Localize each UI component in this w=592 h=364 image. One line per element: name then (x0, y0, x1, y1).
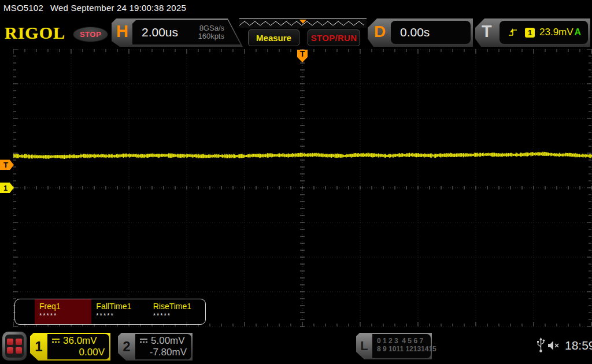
channel2-number: 2 (118, 333, 135, 361)
delay-panel[interactable]: D 0.00s (368, 18, 473, 47)
rising-edge-icon (508, 27, 518, 38)
sample-rate: 8GSa/s (198, 24, 224, 32)
channel1-ground-marker[interactable]: 1 (0, 183, 14, 193)
stop-run-button[interactable]: STOP/RUN (308, 29, 360, 46)
channel2-values: 5.00mV -7.80mV (135, 334, 191, 359)
usb-icon (536, 337, 546, 353)
channel1-values: 36.0mV 0.00V (47, 334, 109, 359)
trigger-level-value: 23.9mV (539, 27, 574, 38)
trigger-t-icon: T (482, 22, 492, 41)
channel2-scale: 5.00mV (151, 335, 185, 347)
measurement-label: Freq1 (39, 302, 91, 311)
dc-coupling-icon (139, 338, 148, 344)
oscilloscope-screen: MSO5102Wed September 24 19:00:38 2025 RI… (0, 0, 592, 364)
window-layout-button[interactable] (2, 332, 27, 361)
channel1-offset: 0.00V (51, 347, 105, 358)
horizontal-h-icon: H (116, 22, 128, 41)
channel2-offset: -7.80mV (139, 347, 187, 358)
logic-row-1: 0 1 2 3 4 5 6 7 (377, 337, 431, 345)
logic-analyzer-panel[interactable]: L 0 1 2 3 4 5 6 7 8 9 1011 12131415 (356, 333, 432, 359)
datetime-label: Wed September 24 19:00:38 2025 (50, 3, 186, 13)
run-state-badge: STOP (73, 27, 108, 42)
logic-label: L (356, 333, 372, 359)
trigger-source-badge: 1 (525, 28, 535, 38)
channel1-scale: 36.0mV (63, 335, 97, 347)
measurement-falltime1[interactable]: FallTime1 ***** (91, 299, 148, 324)
window-position-marker[interactable] (299, 20, 306, 24)
measurement-value: ***** (153, 312, 205, 319)
channel1-number: 1 (30, 333, 47, 361)
channel2-panel[interactable]: 2 5.00mV -7.80mV (118, 333, 193, 361)
clock-label: 18:59 (565, 339, 592, 352)
logic-channels: 0 1 2 3 4 5 6 7 8 9 1011 12131415 (372, 334, 431, 358)
measurement-label: RiseTime1 (153, 302, 205, 311)
measurement-freq1[interactable]: Freq1 ***** (35, 299, 91, 324)
grid-squares-icon (5, 335, 24, 358)
memory-position-strip[interactable] (239, 18, 367, 28)
measurement-value: ***** (96, 312, 148, 319)
trigger-mode: A (574, 27, 581, 38)
memory-depth: 160kpts (198, 32, 224, 40)
channel1-panel[interactable]: 1 36.0mV 0.00V (30, 333, 110, 361)
red-square (16, 339, 22, 345)
trigger-panel[interactable]: T 1 23.9mV A (475, 18, 590, 47)
measurement-risetime1[interactable]: RiseTime1 ***** (149, 299, 205, 324)
logic-row-2: 8 9 1011 12131415 (377, 345, 431, 353)
timebase-value: 2.00us (142, 25, 178, 39)
status-bar: MSO5102Wed September 24 19:00:38 2025 (3, 3, 186, 13)
trigger-level-marker[interactable]: T (0, 159, 14, 170)
measurement-label: FallTime1 (96, 302, 148, 311)
delay-inner: 0.00s (391, 21, 471, 44)
acquisition-info: 8GSa/s 160kpts (198, 24, 224, 40)
speaker-muted-icon (547, 340, 562, 351)
red-square (7, 347, 13, 354)
measure-button[interactable]: Measure (248, 29, 299, 46)
horizontal-panel[interactable]: H 2.00us 8GSa/s 160kpts (112, 18, 243, 47)
dc-coupling-icon (51, 338, 60, 344)
waveform-graticule (13, 49, 592, 327)
delay-value: 0.00s (400, 25, 430, 39)
measurement-panel[interactable]: Freq1 ***** FallTime1 ***** RiseTime1 **… (14, 299, 206, 325)
rigol-logo: RIGOL (5, 23, 65, 43)
trigger-inner: 1 23.9mV A (500, 21, 588, 44)
delay-d-icon: D (374, 23, 386, 41)
horizontal-inner: 2.00us 8GSa/s 160kpts (132, 20, 240, 44)
red-square (16, 347, 22, 354)
red-square (7, 339, 13, 345)
measurement-value: ***** (39, 312, 91, 319)
model-label: MSO5102 (3, 3, 43, 13)
